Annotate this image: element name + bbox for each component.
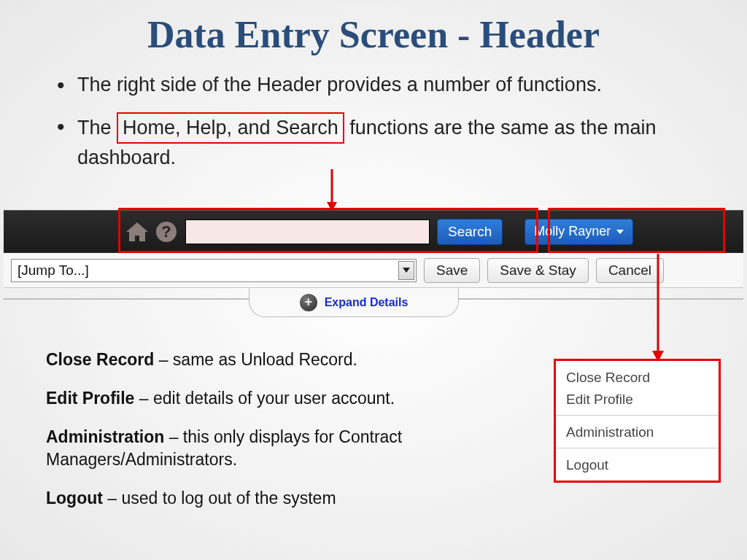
menu-item-close-record[interactable]: Close Record bbox=[566, 367, 708, 389]
bullet-item: The right side of the Header provides a … bbox=[57, 71, 696, 99]
plus-icon: + bbox=[300, 294, 317, 311]
cancel-button[interactable]: Cancel bbox=[596, 258, 664, 283]
jump-to-select[interactable]: [Jump To...] bbox=[11, 259, 417, 282]
jump-to-label: [Jump To...] bbox=[18, 262, 89, 279]
action-toolbar: [Jump To...] Save Save & Stay Cancel bbox=[4, 253, 743, 288]
bullet-list: The right side of the Header provides a … bbox=[57, 71, 696, 172]
user-menu-button[interactable]: Molly Rayner bbox=[525, 219, 633, 245]
home-icon[interactable] bbox=[124, 220, 150, 244]
save-stay-button[interactable]: Save & Stay bbox=[487, 258, 589, 283]
menu-item-edit-profile[interactable]: Edit Profile bbox=[566, 389, 708, 411]
user-dropdown-menu: Close Record Edit Profile Administration… bbox=[554, 359, 721, 483]
svg-text:?: ? bbox=[161, 222, 171, 241]
definitions: Close Record – same as Unload Record. Ed… bbox=[46, 349, 527, 526]
app-header: ? Search Molly Rayner bbox=[4, 210, 743, 253]
user-name-label: Molly Rayner bbox=[534, 224, 611, 239]
expand-details-button[interactable]: + Expand Details bbox=[249, 288, 459, 317]
chevron-down-icon bbox=[616, 230, 624, 234]
bullet-item: The Home, Help, and Search functions are… bbox=[57, 112, 696, 172]
term: Logout bbox=[46, 489, 103, 508]
definition-text: – used to log out of the system bbox=[103, 489, 336, 508]
definition-text: – same as Unload Record. bbox=[154, 350, 357, 369]
definition-text: – edit details of your user account. bbox=[134, 389, 395, 408]
highlight-home-help-search: Home, Help, and Search bbox=[117, 112, 344, 144]
menu-item-logout[interactable]: Logout bbox=[566, 454, 708, 476]
term: Administration bbox=[46, 427, 164, 446]
dropdown-handle-icon bbox=[398, 261, 414, 280]
help-icon[interactable]: ? bbox=[155, 220, 178, 244]
save-button[interactable]: Save bbox=[424, 258, 480, 283]
term: Close Record bbox=[46, 350, 154, 369]
menu-item-administration[interactable]: Administration bbox=[566, 421, 708, 443]
arrow-icon bbox=[325, 169, 347, 213]
expand-label: Expand Details bbox=[325, 296, 409, 309]
text: The bbox=[77, 117, 117, 139]
expand-row: + Expand Details bbox=[4, 288, 743, 322]
search-button[interactable]: Search bbox=[437, 219, 503, 245]
search-input[interactable] bbox=[185, 219, 430, 244]
term: Edit Profile bbox=[46, 389, 134, 408]
page-title: Data Entry Screen - Header bbox=[0, 0, 747, 56]
